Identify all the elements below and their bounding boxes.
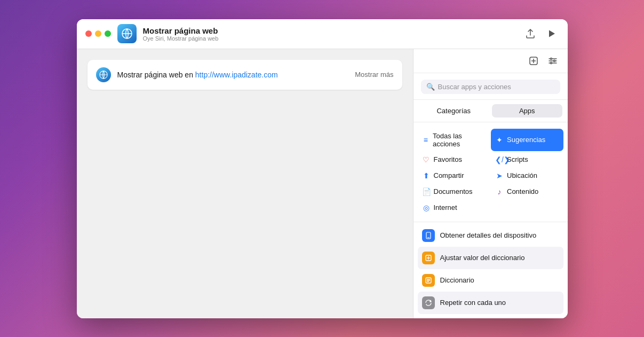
- search-input[interactable]: [438, 83, 555, 91]
- dictionary-icon: [422, 274, 435, 287]
- action-repeat-each[interactable]: Repetir con cada uno: [418, 292, 563, 314]
- category-documents[interactable]: 📄 Documentos: [418, 184, 490, 199]
- dict-value-icon: [422, 252, 435, 264]
- scripts-label: Scripts: [507, 155, 528, 163]
- action-label-dict-value: Ajustar valor del diccionario: [440, 254, 525, 262]
- svg-point-11: [553, 60, 555, 61]
- add-to-shortcuts-button[interactable]: [526, 53, 541, 68]
- left-panel: Mostrar página web en http://www.ipadiza…: [77, 49, 413, 318]
- suggestions-label: Sugerencias: [507, 136, 545, 144]
- actions-list: Obtener detalles del dispositivo Ajustar…: [414, 222, 568, 318]
- svg-point-12: [550, 62, 552, 64]
- repeat-icon: [422, 296, 435, 309]
- documents-icon: 📄: [422, 187, 431, 196]
- share-button[interactable]: [523, 26, 538, 41]
- category-suggestions[interactable]: ✦ Sugerencias: [491, 129, 563, 151]
- action-label-repeat: Repetir con cada uno: [440, 299, 506, 307]
- right-panel: 🔍 Categorías Apps ≡ Todas las acciones: [413, 49, 568, 318]
- window-subtitle: Oye Siri, Mostrar página web: [143, 35, 516, 42]
- filter-button[interactable]: [545, 53, 560, 68]
- category-location[interactable]: ➤ Ubicación: [491, 168, 563, 183]
- tab-apps[interactable]: Apps: [492, 104, 562, 117]
- main-content: Mostrar página web en http://www.ipadiza…: [77, 49, 568, 318]
- action-label: Mostrar página web en: [117, 70, 193, 79]
- title-area: Mostrar página web Oye Siri, Mostrar pág…: [143, 26, 516, 42]
- device-details-icon: [422, 229, 435, 242]
- content-label: Contenido: [507, 187, 538, 195]
- play-button[interactable]: [544, 26, 559, 41]
- show-more-link[interactable]: Mostrar más: [355, 70, 393, 79]
- safari-icon: [96, 67, 111, 82]
- favorites-label: Favoritos: [434, 155, 462, 163]
- traffic-lights: [85, 30, 111, 37]
- svg-point-10: [550, 58, 552, 59]
- action-get-device-details[interactable]: Obtener detalles del dispositivo: [418, 224, 563, 247]
- category-content[interactable]: ♪ Contenido: [491, 184, 563, 199]
- search-bar: 🔍: [421, 80, 560, 94]
- share-label: Compartir: [434, 171, 464, 179]
- documents-label: Documentos: [434, 187, 473, 195]
- share-icon: ⬆: [422, 171, 431, 180]
- action-label-dictionary: Diccionario: [440, 276, 474, 284]
- category-scripts[interactable]: ❮/❯ Scripts: [491, 152, 563, 167]
- search-section: 🔍: [414, 73, 568, 100]
- location-label: Ubicación: [507, 171, 537, 179]
- category-internet[interactable]: ◎ Internet: [418, 200, 490, 215]
- scripts-icon: ❮/❯: [495, 155, 504, 164]
- close-button[interactable]: [85, 30, 92, 37]
- category-all-actions[interactable]: ≡ Todas las acciones: [418, 129, 490, 151]
- suggestions-icon: ✦: [495, 136, 504, 144]
- right-header-icons: [414, 49, 568, 73]
- tab-categories[interactable]: Categorías: [419, 104, 489, 117]
- action-set-dict-value[interactable]: Ajustar valor del diccionario: [418, 247, 563, 269]
- maximize-button[interactable]: [105, 30, 111, 37]
- action-dictionary[interactable]: Diccionario: [418, 269, 563, 292]
- categories-section: ≡ Todas las acciones ✦ Sugerencias ♡ Fav…: [414, 122, 568, 222]
- minimize-button[interactable]: [95, 30, 101, 37]
- favorites-icon: ♡: [422, 155, 431, 164]
- content-icon: ♪: [495, 187, 504, 196]
- tab-bar: Categorías Apps: [414, 100, 568, 122]
- action-card-text: Mostrar página web en http://www.ipadiza…: [117, 70, 349, 79]
- action-card: Mostrar página web en http://www.ipadiza…: [88, 60, 402, 90]
- window-title: Mostrar página web: [143, 26, 516, 35]
- app-icon: [117, 24, 137, 43]
- location-icon: ➤: [495, 171, 504, 180]
- category-favorites[interactable]: ♡ Favoritos: [418, 152, 490, 167]
- titlebar-actions: [523, 26, 559, 41]
- action-label-device: Obtener detalles del dispositivo: [440, 231, 537, 239]
- internet-icon: ◎: [422, 203, 431, 212]
- action-define-variable[interactable]: Definir variable: [418, 314, 563, 318]
- titlebar: Mostrar página web Oye Siri, Mostrar pág…: [77, 19, 568, 49]
- action-url[interactable]: http://www.ipadizate.com: [195, 70, 278, 79]
- all-actions-label: Todas las acciones: [433, 132, 486, 148]
- all-actions-icon: ≡: [422, 136, 430, 144]
- category-share[interactable]: ⬆ Compartir: [418, 168, 490, 183]
- search-icon: 🔍: [426, 83, 435, 91]
- main-window: Mostrar página web Oye Siri, Mostrar pág…: [77, 19, 568, 318]
- internet-label: Internet: [434, 203, 457, 211]
- category-grid: ≡ Todas las acciones ✦ Sugerencias ♡ Fav…: [414, 127, 568, 217]
